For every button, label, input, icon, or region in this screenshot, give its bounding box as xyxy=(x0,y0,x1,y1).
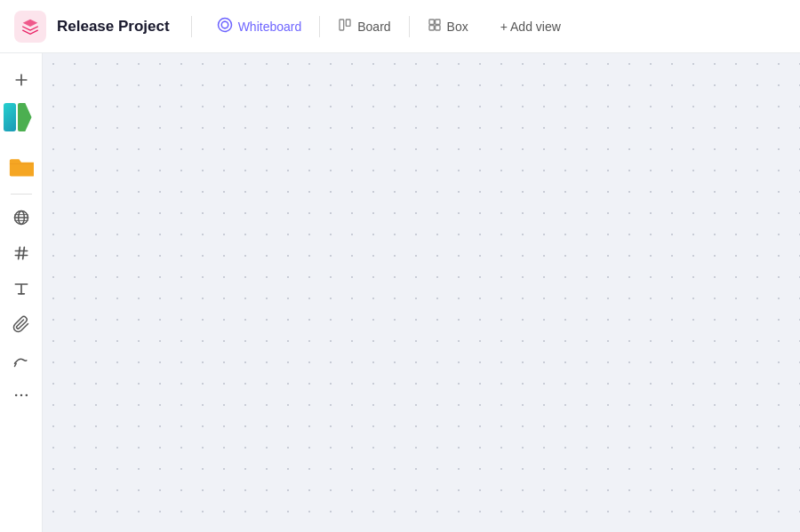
text-tool-button[interactable] xyxy=(5,273,37,305)
draw-icon xyxy=(12,351,30,369)
whiteboard-icon xyxy=(217,17,233,36)
header-divider xyxy=(191,16,192,37)
sidebar-divider-1 xyxy=(11,194,32,195)
plus-icon xyxy=(12,71,30,89)
project-icon xyxy=(14,11,46,43)
svg-point-0 xyxy=(218,18,231,31)
box-icon xyxy=(428,18,442,36)
sidebar xyxy=(0,53,43,532)
cube-icon xyxy=(21,18,39,36)
svg-rect-4 xyxy=(435,20,439,24)
hashtag-icon xyxy=(12,244,30,262)
board-icon xyxy=(338,18,352,36)
paperclip-icon xyxy=(12,315,30,333)
add-view-button[interactable]: + Add view xyxy=(490,14,572,39)
pointer-teal-card xyxy=(4,103,16,131)
svg-point-11 xyxy=(25,394,28,397)
globe-tool-button[interactable] xyxy=(5,202,37,234)
globe-icon xyxy=(12,209,30,226)
hashtag-tool-button[interactable] xyxy=(5,237,37,269)
attachment-tool-button[interactable] xyxy=(5,308,37,340)
tab-divider-1 xyxy=(319,16,320,37)
svg-rect-1 xyxy=(340,20,344,30)
tab-divider-2 xyxy=(409,16,410,37)
tab-whiteboard-label: Whiteboard xyxy=(238,20,302,34)
header: Release Project Whiteboard xyxy=(0,0,800,53)
folder-icon xyxy=(9,156,34,178)
tab-whiteboard[interactable]: Whiteboard xyxy=(206,12,313,42)
svg-point-9 xyxy=(14,394,17,397)
tab-board[interactable]: Board xyxy=(327,12,401,41)
more-icon xyxy=(12,386,30,404)
project-title: Release Project xyxy=(57,18,170,36)
whiteboard-canvas[interactable] xyxy=(43,53,800,532)
more-tool-button[interactable] xyxy=(5,379,37,411)
svg-rect-2 xyxy=(347,20,351,26)
pointer-tool-button[interactable] xyxy=(2,99,41,144)
add-view-label: + Add view xyxy=(500,20,561,34)
draw-tool-button[interactable] xyxy=(5,344,37,376)
nav-tabs: Whiteboard Board xyxy=(206,12,479,42)
add-tool-button[interactable] xyxy=(5,64,37,96)
text-icon xyxy=(12,280,30,298)
svg-rect-5 xyxy=(429,25,434,29)
svg-rect-6 xyxy=(435,25,439,29)
pointer-green-arrow xyxy=(18,103,32,131)
folder-tool-button[interactable] xyxy=(5,147,37,187)
tab-box-label: Box xyxy=(447,20,468,34)
main-container xyxy=(0,53,800,532)
svg-point-10 xyxy=(20,394,22,397)
svg-rect-3 xyxy=(429,20,434,24)
tab-board-label: Board xyxy=(357,20,390,34)
tab-box[interactable]: Box xyxy=(417,12,479,41)
